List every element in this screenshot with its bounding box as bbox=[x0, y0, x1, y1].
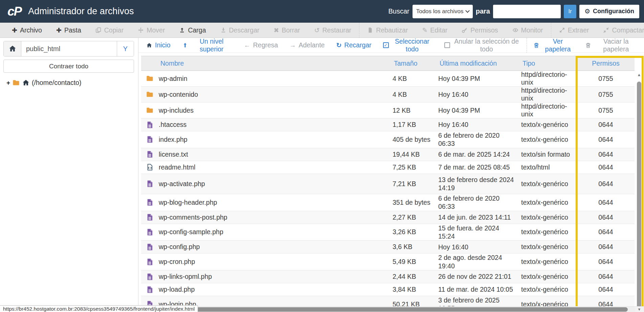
undo-icon: ↺ bbox=[314, 27, 320, 34]
file-name-cell[interactable]: .htaccess bbox=[141, 121, 393, 129]
file-name: wp-admin bbox=[159, 75, 187, 83]
file-name-cell[interactable]: license.txt bbox=[141, 150, 393, 158]
restaurar-button: ↺Restaurar bbox=[307, 23, 359, 38]
file-perms-cell: 0644 bbox=[577, 180, 635, 188]
file-name-cell[interactable]: wp-activate.php bbox=[141, 180, 393, 188]
file-perms-cell: 0644 bbox=[577, 163, 635, 171]
reload-link-label: Recargar bbox=[344, 41, 371, 49]
column-header-name[interactable]: Nombre bbox=[141, 60, 393, 67]
file-size-cell: 3,84 KB bbox=[393, 286, 438, 293]
table-row[interactable]: wp-admin4 KBHoy 04:39 PMhttpd/directorio… bbox=[141, 71, 635, 87]
column-header-perms[interactable]: Permisos bbox=[577, 60, 635, 67]
pasta-button[interactable]: ✚Pasta bbox=[49, 23, 88, 38]
column-header-type[interactable]: Tipo bbox=[521, 60, 577, 67]
vertical-scroll-thumb[interactable] bbox=[637, 82, 641, 312]
table-row[interactable]: license.txt19,44 KB6 de mar. de 2025 14:… bbox=[141, 148, 635, 161]
reload-link[interactable]: ↻Recargar bbox=[330, 38, 377, 52]
path-go-button[interactable]: Y bbox=[117, 41, 134, 56]
table-row[interactable]: wp-cron.php5,49 KB2 de ago. desde 2024 1… bbox=[141, 253, 635, 270]
table-row[interactable]: wp-comments-post.php2,27 KB14 de jun. de… bbox=[141, 211, 635, 224]
file-name-cell[interactable]: wp-comments-post.php bbox=[141, 213, 393, 221]
file-name-cell[interactable]: wp-cron.php bbox=[141, 258, 393, 266]
table-row[interactable]: wp-blog-header.php351 de bytes6 de febre… bbox=[141, 194, 635, 211]
status-url-tooltip: https://br452.hostgator.com.br:2083/cpse… bbox=[0, 305, 198, 312]
file-perms-cell: 0755 bbox=[577, 91, 635, 98]
archivo-button[interactable]: ✚Archivo bbox=[5, 23, 49, 38]
file-name: wp-contenido bbox=[159, 91, 198, 98]
file-name-cell[interactable]: readme.html bbox=[141, 163, 393, 171]
carga-button[interactable]: Carga bbox=[172, 23, 213, 38]
file-text-icon bbox=[146, 198, 154, 206]
key-icon bbox=[462, 27, 468, 33]
column-header-modified[interactable]: Última modificación bbox=[438, 60, 521, 67]
file-table-wrap: NombreTamañoÚltima modificaciónTipoPermi… bbox=[141, 56, 644, 312]
table-row[interactable]: wp-includes12 KBHoy 04:39 PMhttpd/direct… bbox=[141, 103, 635, 118]
file-type-cell: texto/x-genérico bbox=[521, 121, 577, 129]
reload-icon: ↻ bbox=[336, 42, 341, 48]
content: Y Contraer todo + (/home/contacto) Inici… bbox=[0, 38, 644, 312]
up-level-link-label: Un nivel superior bbox=[191, 38, 232, 53]
select-all-link[interactable]: ✓Seleccionar todo bbox=[377, 38, 439, 52]
file-name: wp-config-sample.php bbox=[159, 228, 223, 236]
file-modified-cell: 6 de febrero de 2020 06:33 bbox=[438, 131, 521, 148]
archivo-button-label: Archivo bbox=[20, 26, 42, 34]
file-text-icon bbox=[146, 213, 154, 221]
table-header-row: NombreTamañoÚltima modificaciónTipoPermi… bbox=[141, 56, 635, 71]
search-scope-select[interactable]: Todos los archivos bbox=[413, 5, 473, 18]
table-row[interactable]: wp-contenido4 KBHoy 16:40httpd/directori… bbox=[141, 87, 635, 103]
up-level-link[interactable]: Un nivel superior bbox=[176, 38, 238, 52]
main-panel: InicioUn nivel superior←Regresa→Adelante… bbox=[138, 38, 644, 312]
inicio-link-label: Inicio bbox=[155, 41, 171, 49]
horizontal-scroll-thumb[interactable] bbox=[193, 307, 628, 312]
view-trash-link[interactable]: Ver papelera bbox=[528, 38, 579, 52]
search-go-button[interactable]: Ir bbox=[564, 5, 576, 18]
scroll-up-icon[interactable]: ▲ bbox=[636, 72, 642, 77]
settings-button[interactable]: ⚙ Configuración bbox=[579, 5, 639, 18]
file-name-cell[interactable]: wp-config.php bbox=[141, 243, 393, 251]
vertical-scrollbar[interactable]: ▲ bbox=[636, 71, 642, 312]
file-type-cell: httpd/directorio-unix bbox=[521, 87, 577, 102]
table-row[interactable]: readme.html7,25 KB7 de mar. de 2025 08:4… bbox=[141, 161, 635, 174]
file-modified-cell: 6 de febrero de 2020 06:33 bbox=[438, 194, 521, 211]
home-button[interactable] bbox=[4, 41, 21, 56]
table-row[interactable]: wp-activate.php7,21 KB13 de febrero desd… bbox=[141, 174, 635, 194]
table-row[interactable]: wp-load.php3,84 KB11 de mar. de 2024 10:… bbox=[141, 283, 635, 296]
search-input[interactable] bbox=[493, 5, 561, 18]
app-header: cP Administrador de archivos Buscar Todo… bbox=[0, 0, 644, 23]
column-header-size[interactable]: Tamaño bbox=[393, 60, 438, 67]
file-name-cell[interactable]: wp-admin bbox=[141, 74, 393, 83]
horizontal-scrollbar[interactable]: ▼ bbox=[138, 306, 644, 312]
file-perms-cell: 0644 bbox=[577, 151, 635, 158]
tree-item-root[interactable]: + (/home/contacto) bbox=[3, 79, 134, 87]
expand-icon[interactable]: + bbox=[6, 79, 10, 87]
table-row[interactable]: wp-links-opml.php2,44 KB26 de nov de 202… bbox=[141, 270, 635, 283]
collapse-all-button[interactable]: Contraer todo bbox=[3, 60, 134, 73]
file-name-cell[interactable]: index.php bbox=[141, 135, 393, 143]
file-size-cell: 4 KB bbox=[393, 91, 438, 98]
folder-icon bbox=[12, 79, 20, 87]
file-name-cell[interactable]: wp-links-opml.php bbox=[141, 273, 393, 281]
file-name-cell[interactable]: wp-load.php bbox=[141, 286, 393, 294]
restaurar-button-label: Restaurar bbox=[323, 26, 352, 34]
file-modified-cell: 14 de jun. de 2023 14:11 bbox=[438, 213, 521, 221]
file-name-cell[interactable]: wp-includes bbox=[141, 106, 393, 114]
table-row[interactable]: wp-config.php3,6 KBHoy 16:40texto/x-gené… bbox=[141, 241, 635, 253]
file-type-cell: texto/x-genérico bbox=[521, 180, 577, 188]
file-name: index.php bbox=[159, 136, 187, 143]
monitor-button: Monitor bbox=[505, 23, 550, 38]
file-name-cell[interactable]: wp-blog-header.php bbox=[141, 198, 393, 206]
inicio-link[interactable]: Inicio bbox=[140, 38, 176, 52]
file-text-icon bbox=[146, 286, 154, 294]
file-text-icon bbox=[146, 135, 154, 143]
file-text-icon bbox=[146, 150, 154, 158]
path-input[interactable] bbox=[21, 41, 117, 56]
table-row[interactable]: .htaccess1,17 KBHoy 16:40texto/x-genéric… bbox=[141, 118, 635, 131]
select-all-link-label: Seleccionar todo bbox=[392, 38, 433, 53]
file-name-cell[interactable]: wp-contenido bbox=[141, 90, 393, 98]
scroll-down-icon[interactable]: ▼ bbox=[635, 307, 643, 312]
gear-icon: ⚙ bbox=[584, 7, 590, 15]
table-row[interactable]: wp-config-sample.php3,26 KB15 de fuera. … bbox=[141, 224, 635, 241]
file-name-cell[interactable]: wp-config-sample.php bbox=[141, 228, 393, 236]
table-row[interactable]: index.php405 de bytes6 de febrero de 202… bbox=[141, 131, 635, 148]
view-trash-link-label: Ver papelera bbox=[542, 38, 573, 53]
